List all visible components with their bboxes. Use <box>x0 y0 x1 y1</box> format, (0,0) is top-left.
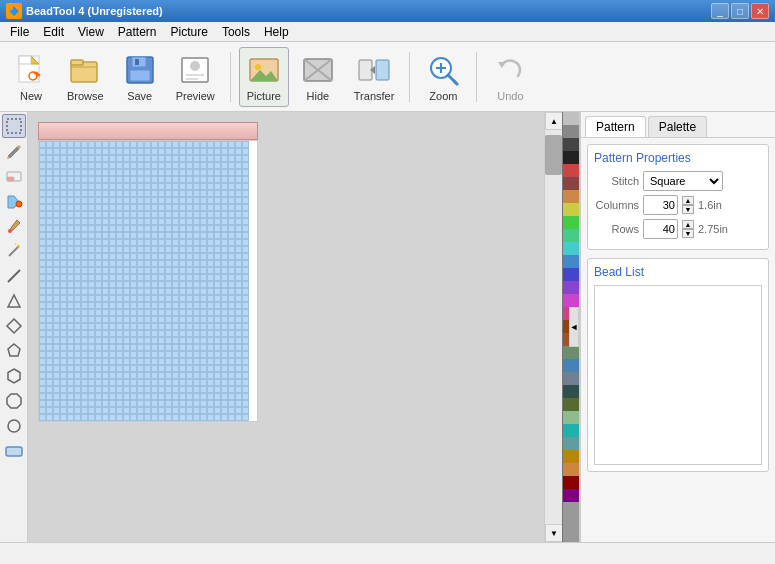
bead-cell[interactable] <box>102 379 109 386</box>
bead-cell[interactable] <box>235 204 242 211</box>
bead-cell[interactable] <box>137 407 144 414</box>
bead-cell[interactable] <box>46 162 53 169</box>
bead-cell[interactable] <box>137 295 144 302</box>
bead-cell[interactable] <box>158 211 165 218</box>
bead-cell[interactable] <box>235 337 242 344</box>
bead-cell[interactable] <box>130 316 137 323</box>
bead-cell[interactable] <box>130 176 137 183</box>
bead-cell[interactable] <box>39 372 46 379</box>
bead-cell[interactable] <box>116 155 123 162</box>
bead-cell[interactable] <box>228 211 235 218</box>
bead-cell[interactable] <box>39 281 46 288</box>
bead-cell[interactable] <box>242 246 249 253</box>
bead-cell[interactable] <box>130 407 137 414</box>
bead-cell[interactable] <box>235 225 242 232</box>
bead-cell[interactable] <box>165 218 172 225</box>
bead-cell[interactable] <box>193 323 200 330</box>
bead-cell[interactable] <box>186 337 193 344</box>
bead-cell[interactable] <box>193 225 200 232</box>
bead-cell[interactable] <box>207 218 214 225</box>
bead-cell[interactable] <box>186 218 193 225</box>
bead-cell[interactable] <box>144 218 151 225</box>
bead-cell[interactable] <box>60 169 67 176</box>
bead-cell[interactable] <box>235 351 242 358</box>
palette-color-swatch[interactable] <box>563 398 579 411</box>
bead-cell[interactable] <box>39 400 46 407</box>
bead-cell[interactable] <box>46 295 53 302</box>
bead-cell[interactable] <box>60 190 67 197</box>
bead-cell[interactable] <box>123 274 130 281</box>
bead-cell[interactable] <box>151 204 158 211</box>
bead-cell[interactable] <box>179 400 186 407</box>
bead-cell[interactable] <box>179 379 186 386</box>
bead-cell[interactable] <box>144 281 151 288</box>
bead-cell[interactable] <box>95 288 102 295</box>
bead-cell[interactable] <box>116 309 123 316</box>
bead-cell[interactable] <box>46 309 53 316</box>
bead-cell[interactable] <box>130 386 137 393</box>
bead-cell[interactable] <box>207 330 214 337</box>
bead-cell[interactable] <box>53 400 60 407</box>
bead-cell[interactable] <box>88 323 95 330</box>
bead-cell[interactable] <box>214 155 221 162</box>
bead-cell[interactable] <box>179 239 186 246</box>
bead-cell[interactable] <box>158 190 165 197</box>
bead-cell[interactable] <box>67 260 74 267</box>
bead-cell[interactable] <box>102 372 109 379</box>
bead-cell[interactable] <box>144 204 151 211</box>
bead-cell[interactable] <box>116 358 123 365</box>
bead-cell[interactable] <box>60 337 67 344</box>
bead-cell[interactable] <box>88 344 95 351</box>
bead-cell[interactable] <box>39 190 46 197</box>
bead-cell[interactable] <box>130 169 137 176</box>
bead-cell[interactable] <box>221 365 228 372</box>
bead-cell[interactable] <box>60 246 67 253</box>
bead-cell[interactable] <box>67 337 74 344</box>
bead-cell[interactable] <box>102 414 109 421</box>
bead-cell[interactable] <box>130 309 137 316</box>
bead-cell[interactable] <box>109 204 116 211</box>
bead-cell[interactable] <box>39 274 46 281</box>
bead-cell[interactable] <box>242 239 249 246</box>
bead-cell[interactable] <box>81 302 88 309</box>
bead-cell[interactable] <box>235 183 242 190</box>
bead-cell[interactable] <box>137 414 144 421</box>
bead-cell[interactable] <box>158 162 165 169</box>
bead-cell[interactable] <box>151 169 158 176</box>
bead-cell[interactable] <box>74 316 81 323</box>
bead-cell[interactable] <box>200 295 207 302</box>
bead-cell[interactable] <box>158 232 165 239</box>
bead-cell[interactable] <box>172 316 179 323</box>
bead-cell[interactable] <box>221 253 228 260</box>
bead-cell[interactable] <box>172 358 179 365</box>
bead-cell[interactable] <box>158 407 165 414</box>
bead-cell[interactable] <box>172 162 179 169</box>
bead-cell[interactable] <box>151 190 158 197</box>
palette-color-swatch[interactable] <box>563 216 579 229</box>
bead-cell[interactable] <box>172 218 179 225</box>
bead-cell[interactable] <box>214 274 221 281</box>
bead-cell[interactable] <box>186 183 193 190</box>
bead-cell[interactable] <box>39 260 46 267</box>
bead-cell[interactable] <box>165 400 172 407</box>
palette-color-swatch[interactable] <box>563 177 579 190</box>
bead-cell[interactable] <box>228 218 235 225</box>
bead-cell[interactable] <box>95 148 102 155</box>
bead-cell[interactable] <box>95 190 102 197</box>
bead-cell[interactable] <box>130 190 137 197</box>
bead-cell[interactable] <box>242 204 249 211</box>
bead-cell[interactable] <box>53 239 60 246</box>
bead-cell[interactable] <box>67 190 74 197</box>
bead-cell[interactable] <box>60 407 67 414</box>
menu-tools[interactable]: Tools <box>216 24 256 40</box>
bead-cell[interactable] <box>88 295 95 302</box>
bead-cell[interactable] <box>81 176 88 183</box>
bead-cell[interactable] <box>81 253 88 260</box>
bead-cell[interactable] <box>228 372 235 379</box>
bead-cell[interactable] <box>116 372 123 379</box>
bead-cell[interactable] <box>88 148 95 155</box>
bead-cell[interactable] <box>207 323 214 330</box>
bead-cell[interactable] <box>221 190 228 197</box>
bead-cell[interactable] <box>81 155 88 162</box>
transfer-button[interactable]: Transfer <box>347 47 402 107</box>
